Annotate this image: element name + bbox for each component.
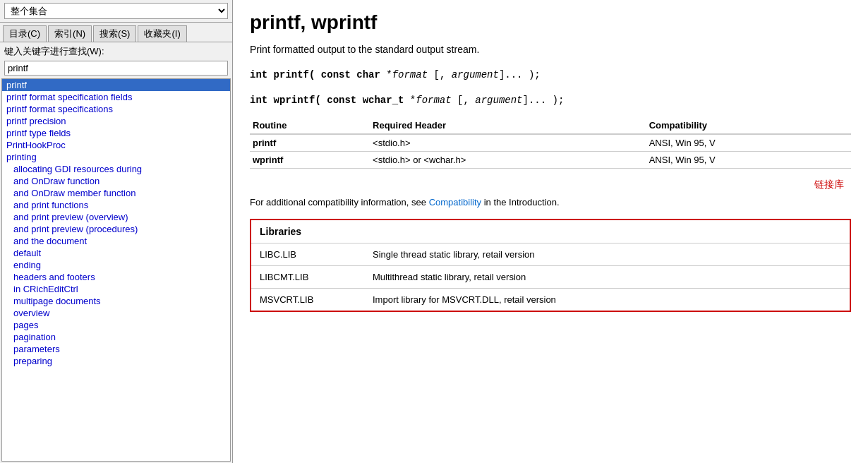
- list-item[interactable]: overview: [2, 307, 230, 319]
- list-item[interactable]: in CRichEditCtrl: [2, 283, 230, 295]
- list-item[interactable]: and the document: [2, 235, 230, 247]
- compat-table: Routine Required Header Compatibility pr…: [250, 117, 851, 169]
- compat-note: For additional compatibility information…: [250, 197, 851, 208]
- list-item[interactable]: printf type fields: [2, 127, 230, 139]
- list-item[interactable]: printf precision: [2, 115, 230, 127]
- tab-index[interactable]: 索引(N): [48, 25, 92, 42]
- lib-name: LIBCMT.LIB: [260, 272, 373, 282]
- subtitle: Print formatted output to the standard o…: [250, 44, 851, 55]
- col-routine: Routine: [250, 117, 370, 134]
- compat-link[interactable]: Compatibility: [429, 197, 481, 208]
- search-input[interactable]: [4, 61, 228, 76]
- list-item[interactable]: parameters: [2, 343, 230, 355]
- page-title: printf, wprintf: [250, 11, 851, 34]
- lib-row: LIBC.LIBSingle thread static library, re…: [251, 243, 850, 266]
- scope-dropdown[interactable]: 整个集合: [4, 3, 228, 19]
- signature-2: int wprintf( const wchar_t *format [, ar…: [250, 92, 851, 109]
- table-cell-header: <stdio.h>: [370, 134, 646, 152]
- dropdown-row: 整个集合: [0, 0, 232, 23]
- tab-search[interactable]: 搜索(S): [93, 25, 136, 42]
- table-row: printf<stdio.h>ANSI, Win 95, V: [250, 134, 851, 152]
- results-list: printfprintf format specification fields…: [1, 78, 231, 462]
- lib-name: MSVCRT.LIB: [260, 294, 373, 305]
- libraries-box: Libraries LIBC.LIBSingle thread static l…: [250, 219, 851, 312]
- lib-row: LIBCMT.LIBMultithread static library, re…: [251, 266, 850, 289]
- lib-name: LIBC.LIB: [260, 249, 373, 260]
- list-item[interactable]: preparing: [2, 355, 230, 367]
- table-row: wprintf<stdio.h> or <wchar.h>ANSI, Win 9…: [250, 152, 851, 169]
- list-item[interactable]: printf format specifications: [2, 103, 230, 115]
- list-item[interactable]: printf: [2, 79, 230, 91]
- list-item[interactable]: and print functions: [2, 199, 230, 211]
- left-panel: 整个集合 目录(C) 索引(N) 搜索(S) 收藏夹(I) 键入关键字进行查找(…: [0, 0, 233, 463]
- list-item[interactable]: default: [2, 247, 230, 259]
- col-header: Required Header: [370, 117, 646, 134]
- list-item[interactable]: and OnDraw function: [2, 175, 230, 187]
- list-item[interactable]: printing: [2, 151, 230, 163]
- list-item[interactable]: printf format specification fields: [2, 91, 230, 103]
- list-item[interactable]: headers and footers: [2, 271, 230, 283]
- list-item[interactable]: allocating GDI resources during: [2, 163, 230, 175]
- table-cell-header: <stdio.h> or <wchar.h>: [370, 152, 646, 169]
- table-cell-routine: printf: [250, 134, 370, 152]
- lib-desc: Multithread static library, retail versi…: [373, 272, 526, 282]
- list-item[interactable]: multipage documents: [2, 295, 230, 307]
- list-item[interactable]: and print preview (procedures): [2, 223, 230, 235]
- right-panel: printf, wprintf Print formatted output t…: [233, 0, 868, 463]
- list-item[interactable]: and print preview (overview): [2, 211, 230, 223]
- list-item[interactable]: ending: [2, 259, 230, 271]
- lib-desc: Single thread static library, retail ver…: [373, 249, 535, 260]
- signature-1: int printf( const char *format [, argume…: [250, 66, 851, 83]
- link-label: 链接库: [250, 179, 844, 191]
- tab-favorites[interactable]: 收藏夹(I): [138, 25, 186, 42]
- list-item[interactable]: pages: [2, 319, 230, 331]
- table-cell-compat: ANSI, Win 95, V: [646, 152, 851, 169]
- lib-rows: LIBC.LIBSingle thread static library, re…: [251, 243, 850, 311]
- lib-row: MSVCRT.LIBImport library for MSVCRT.DLL,…: [251, 289, 850, 311]
- libraries-header: Libraries: [251, 220, 850, 243]
- tab-toc[interactable]: 目录(C): [3, 25, 47, 42]
- table-cell-routine: wprintf: [250, 152, 370, 169]
- table-cell-compat: ANSI, Win 95, V: [646, 134, 851, 152]
- list-item[interactable]: PrintHookProc: [2, 139, 230, 151]
- search-label: 键入关键字进行查找(W):: [0, 42, 232, 59]
- col-compat: Compatibility: [646, 117, 851, 134]
- list-item[interactable]: pagination: [2, 331, 230, 343]
- list-item[interactable]: and OnDraw member function: [2, 187, 230, 199]
- lib-desc: Import library for MSVCRT.DLL, retail ve…: [373, 294, 556, 305]
- tabs-row: 目录(C) 索引(N) 搜索(S) 收藏夹(I): [0, 23, 232, 42]
